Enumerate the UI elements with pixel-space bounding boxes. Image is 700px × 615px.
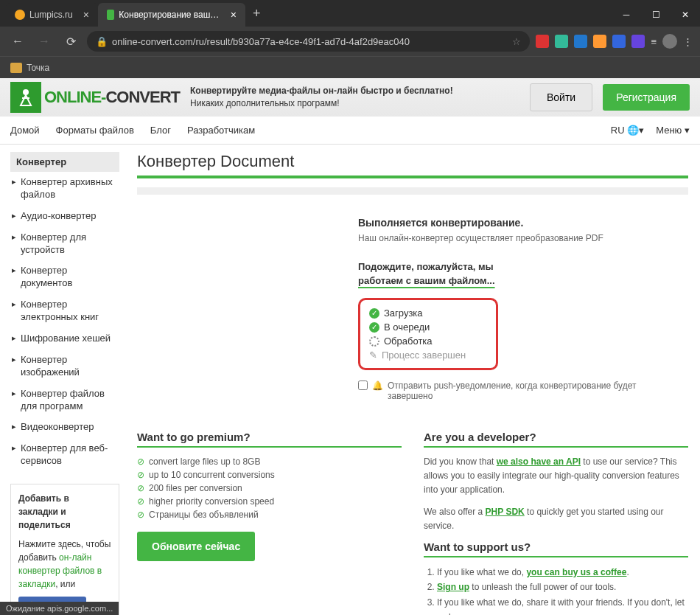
star-icon[interactable]: ☆ — [512, 36, 521, 47]
dev-text: We also offer a — [424, 507, 486, 517]
status-done: Процесс завершен — [382, 350, 466, 361]
register-button[interactable]: Регистрация — [603, 84, 690, 111]
tab-lumpics[interactable]: Lumpics.ru × — [6, 3, 98, 27]
push-checkbox[interactable] — [358, 381, 368, 390]
logo[interactable]: ONLINE-CONVERT — [10, 82, 180, 113]
check-icon: ⊘ — [137, 496, 144, 507]
tab-title: Lumpics.ru — [29, 10, 73, 20]
sidebar-item-archive[interactable]: Конвертер архивных файлов — [10, 172, 119, 206]
extension-icons: ≡ ⋮ — [536, 34, 693, 49]
feature: up to 10 concurrent conversions — [149, 470, 275, 480]
feature: convert large files up to 8GB — [149, 456, 260, 467]
divider — [137, 187, 688, 195]
nav-developers[interactable]: Разработчикам — [187, 125, 255, 136]
lang-selector[interactable]: RU 🌐▾ — [611, 125, 644, 136]
support-item: If you like what we do, you can buy us a… — [437, 565, 688, 580]
close-window-button[interactable]: ✕ — [671, 3, 700, 27]
ext-icon[interactable] — [536, 35, 549, 48]
support-item: If you like what we do, share it with yo… — [437, 595, 688, 615]
maximize-button[interactable]: ☐ — [641, 3, 671, 27]
converting-subtitle: Наш онлайн-конвертер осуществляет преобр… — [358, 233, 675, 243]
nav-blog[interactable]: Блог — [150, 125, 171, 136]
page-title: Конвертер Document — [137, 152, 688, 171]
coffee-link[interactable]: you can buy us a coffee — [526, 567, 626, 577]
bell-icon: 🔔 — [372, 381, 383, 391]
ext-icon[interactable] — [631, 35, 645, 48]
close-icon[interactable]: × — [231, 9, 237, 21]
feature: Страницы без объявлений — [149, 510, 259, 520]
status-box: ✓Загрузка ✓В очереди Обработка ✎Процесс … — [358, 298, 498, 370]
status-queue: В очереди — [384, 322, 430, 333]
sidebar-item-audio[interactable]: Аудио-конвертер — [10, 206, 119, 227]
favicon-icon — [107, 10, 114, 20]
check-icon: ⊘ — [137, 483, 144, 493]
close-icon[interactable]: × — [83, 9, 89, 21]
upgrade-button[interactable]: Обновите сейчас — [137, 532, 255, 561]
spinner-icon — [369, 336, 379, 347]
ext-icon[interactable] — [593, 35, 606, 48]
sidebar: Конвертер Конвертер архивных файлов Ауди… — [0, 145, 125, 615]
menu-toggle[interactable]: Меню ▾ — [656, 125, 690, 136]
minimize-button[interactable]: ─ — [612, 3, 641, 27]
bookmark-box-title: Добавить в закладки и поделиться — [18, 492, 111, 532]
premium-title: Want to go premium? — [137, 431, 402, 448]
api-link[interactable]: we also have an API — [497, 456, 581, 467]
bookmark-bar: Точка — [0, 56, 700, 78]
developer-title: Are you a developer? — [424, 431, 688, 448]
check-icon: ✓ — [369, 308, 379, 319]
nav-home[interactable]: Домой — [10, 125, 40, 136]
favicon-icon — [15, 10, 25, 20]
bookmark-box: Добавить в закладки и поделиться Нажмите… — [10, 484, 119, 615]
sidebar-item-image[interactable]: Конвертер изображений — [10, 350, 119, 383]
wait-text: работаем с вашим файлом... — [358, 275, 675, 289]
logo-text: ONLINE-CONVERT — [44, 88, 180, 107]
tab-convert[interactable]: Конвертирование ваших файлов × — [98, 3, 245, 27]
ext-icon[interactable] — [574, 35, 587, 48]
main-content: Конвертер Document Выполняется конвертир… — [125, 145, 700, 615]
push-label: Отправить push-уведомление, когда конвер… — [388, 381, 675, 401]
divider — [137, 176, 688, 178]
signup-link[interactable]: Sign up — [437, 582, 469, 592]
converting-title: Выполняется конвертирование. — [358, 217, 675, 229]
ext-icon[interactable] — [555, 35, 568, 48]
sidebar-item-ebook[interactable]: Конвертер электронных книг — [10, 294, 119, 328]
sidebar-item-hash[interactable]: Шифрование хешей — [10, 328, 119, 350]
tagline: Конвертируйте медиа-файлы он-лайн быстро… — [190, 85, 453, 110]
forward-button[interactable]: → — [34, 35, 55, 48]
premium-column: Want to go premium? ⊘convert large files… — [137, 431, 402, 615]
browser-tab-strip: Lumpics.ru × Конвертирование ваших файло… — [0, 0, 700, 27]
tab-title: Конвертирование ваших файлов — [119, 10, 220, 20]
menu-icon[interactable]: ⋮ — [683, 36, 693, 47]
check-icon: ⊘ — [137, 510, 144, 520]
sidebar-item-software[interactable]: Конвертер файлов для программ — [10, 383, 119, 417]
profile-icon[interactable] — [662, 34, 677, 49]
feature: 200 files per conversion — [149, 483, 242, 493]
login-button[interactable]: Войти — [530, 83, 592, 111]
sdk-link[interactable]: PHP SDK — [486, 507, 525, 517]
address-bar[interactable]: 🔒 online-convert.com/ru/result/b930a77a-… — [87, 31, 530, 52]
check-icon: ✓ — [369, 322, 379, 333]
nav-formats[interactable]: Форматы файлов — [56, 125, 134, 136]
url-text: online-convert.com/ru/result/b930a77a-e4… — [112, 36, 410, 47]
logo-icon — [10, 82, 41, 113]
reload-button[interactable]: ⟳ — [60, 35, 81, 49]
feature: higher priority conversion speed — [149, 496, 274, 507]
wait-text: Подождите, пожалуйста, мы — [358, 261, 675, 272]
new-tab-button[interactable]: + — [245, 6, 268, 21]
sidebar-title: Конвертер — [10, 152, 119, 172]
status-processing: Обработка — [384, 336, 433, 347]
support-title: Want to support us? — [424, 541, 688, 557]
status-upload: Загрузка — [384, 308, 423, 319]
support-item: Sign up to unleash the full power of our… — [437, 580, 688, 594]
bookmark-item[interactable]: Точка — [27, 63, 49, 73]
check-icon: ⊘ — [137, 470, 144, 480]
sidebar-item-document[interactable]: Конвертер документов — [10, 260, 119, 294]
sidebar-item-video[interactable]: Видеоконвертер — [10, 417, 119, 438]
sidebar-item-web[interactable]: Конвертер для веб-сервисов — [10, 438, 119, 472]
back-button[interactable]: ← — [7, 35, 28, 48]
reading-list-icon[interactable]: ≡ — [651, 36, 657, 47]
sidebar-item-device[interactable]: Конвертер для устройств — [10, 227, 119, 261]
ext-icon[interactable] — [612, 35, 626, 48]
bookmark-text2: , или — [55, 579, 75, 589]
statusbar: Ожидание apis.google.com... — [0, 602, 119, 615]
